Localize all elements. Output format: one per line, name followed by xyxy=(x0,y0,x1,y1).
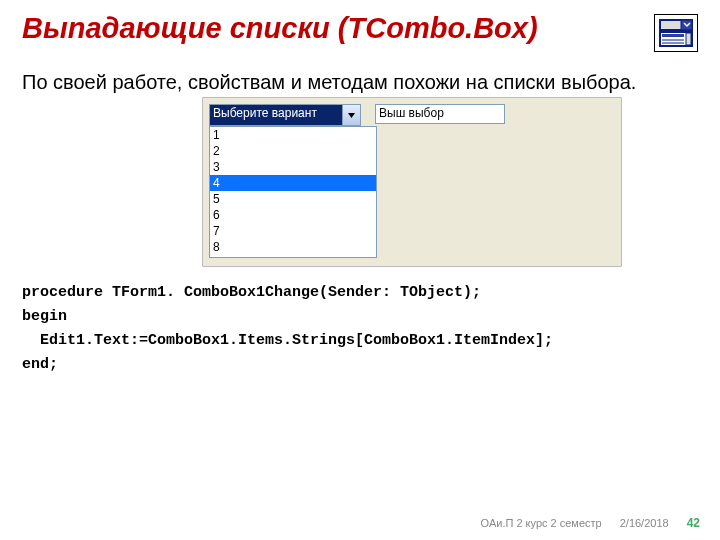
combobox-icon xyxy=(654,14,698,52)
footer: ОАи.П 2 курс 2 семестр 2/16/2018 42 xyxy=(481,516,700,530)
svg-marker-7 xyxy=(348,113,355,118)
list-item[interactable]: 5 xyxy=(210,191,376,207)
svg-rect-3 xyxy=(662,34,684,37)
combobox[interactable]: Выберите вариант xyxy=(209,104,361,126)
list-item[interactable]: 6 xyxy=(210,207,376,223)
list-item[interactable]: 4 xyxy=(210,175,376,191)
listbox[interactable]: 12345678 xyxy=(209,126,377,258)
footer-page: 42 xyxy=(687,516,700,530)
footer-date: 2/16/2018 xyxy=(620,517,669,529)
list-item[interactable]: 8 xyxy=(210,239,376,255)
intro-text: По своей работе, свойствам и методам пох… xyxy=(22,70,698,95)
list-item[interactable]: 2 xyxy=(210,143,376,159)
code-block: procedure TForm1. ComboBox1Change(Sender… xyxy=(22,281,698,377)
svg-rect-6 xyxy=(686,33,691,45)
footer-course: ОАи.П 2 курс 2 семестр xyxy=(481,517,602,529)
list-item[interactable]: 3 xyxy=(210,159,376,175)
form-preview: Выберите вариант Выш выбор 12345678 xyxy=(202,97,622,267)
combobox-text: Выберите вариант xyxy=(210,105,342,125)
list-item[interactable]: 7 xyxy=(210,223,376,239)
list-item[interactable]: 1 xyxy=(210,127,376,143)
combobox-dropdown-button[interactable] xyxy=(342,105,360,125)
slide-title: Выпадающие списки (ТCombo.Box) xyxy=(22,12,538,45)
edit-field[interactable]: Выш выбор xyxy=(375,104,505,124)
